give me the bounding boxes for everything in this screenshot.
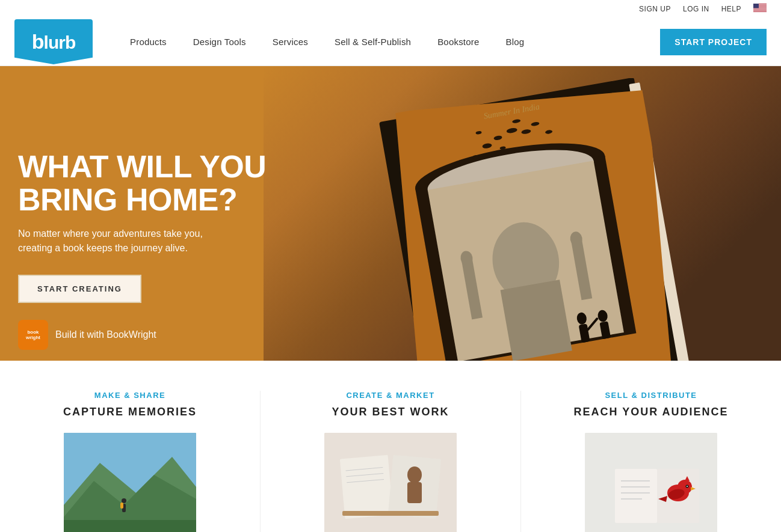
nav-blog[interactable]: Blog xyxy=(492,18,537,66)
svg-rect-5 xyxy=(753,10,767,10)
svg-rect-4 xyxy=(753,8,767,9)
logo[interactable]: blurb xyxy=(14,19,93,64)
top-utility-bar: SIGN UP LOG IN HELP xyxy=(0,0,781,18)
log-in-link[interactable]: LOG IN xyxy=(683,5,709,13)
start-creating-button[interactable]: START CREATING xyxy=(18,275,141,303)
bookwright-label: Build it with BookWright xyxy=(55,329,156,340)
svg-rect-45 xyxy=(120,503,123,509)
bookwright-banner[interactable]: bookwright Build it with BookWright xyxy=(18,320,319,350)
sign-up-link[interactable]: SIGN UP xyxy=(639,5,671,13)
bookwright-icon: bookwright xyxy=(18,320,48,350)
feature-cards-section: MAKE & SHARE CAPTURE MEMORIES xyxy=(0,361,781,532)
nav-sell[interactable]: Sell & Self-Publish xyxy=(321,18,424,66)
language-flag[interactable] xyxy=(753,4,767,14)
card-work-title: YOUR BEST WORK xyxy=(332,406,449,418)
svg-point-43 xyxy=(122,498,126,503)
svg-rect-56 xyxy=(615,469,657,523)
svg-rect-38 xyxy=(366,78,700,361)
logo-text: blurb xyxy=(32,30,75,54)
svg-rect-53 xyxy=(407,482,422,503)
nav-products[interactable]: Products xyxy=(117,18,180,66)
hero-content: WHAT WILL YOU BRING HOME? No matter wher… xyxy=(18,150,319,350)
card-work-image xyxy=(324,433,457,532)
card-memories-title: CAPTURE MEMORIES xyxy=(63,406,197,418)
card-audience-image xyxy=(585,433,717,532)
nav-bookstore[interactable]: Bookstore xyxy=(424,18,492,66)
svg-rect-7 xyxy=(753,4,759,8)
hero-book-image: Summer In India xyxy=(324,78,745,361)
svg-rect-6 xyxy=(753,11,767,11)
nav-design-tools[interactable]: Design Tools xyxy=(180,18,259,66)
svg-rect-47 xyxy=(340,455,393,519)
hero-title: WHAT WILL YOU BRING HOME? xyxy=(18,150,319,216)
svg-rect-42 xyxy=(64,520,196,532)
svg-rect-54 xyxy=(342,511,439,516)
hero-section: Summer In India WHAT WILL YOU BRING HOME… xyxy=(0,66,781,361)
svg-point-62 xyxy=(687,486,688,487)
nav-services[interactable]: Services xyxy=(259,18,321,66)
card-memories-image xyxy=(64,433,196,532)
card-audience-tag: SELL & DISTRIBUTE xyxy=(605,391,697,400)
card-memories: MAKE & SHARE CAPTURE MEMORIES xyxy=(0,391,261,532)
main-nav: Products Design Tools Services Sell & Se… xyxy=(117,18,660,66)
card-audience: SELL & DISTRIBUTE REACH YOUR AUDIENCE xyxy=(521,391,781,532)
card-audience-title: REACH YOUR AUDIENCE xyxy=(573,406,728,418)
hero-subtitle: No matter where your adventures take you… xyxy=(18,227,235,255)
card-work-tag: CREATE & MARKET xyxy=(346,391,434,400)
svg-point-52 xyxy=(407,466,422,483)
card-work: CREATE & MARKET YOUR BEST WORK xyxy=(261,391,521,532)
card-memories-tag: MAKE & SHARE xyxy=(94,391,165,400)
start-project-button[interactable]: START PROJECT xyxy=(660,29,767,55)
main-header: blurb Products Design Tools Services Sel… xyxy=(0,18,781,66)
help-link[interactable]: HELP xyxy=(721,5,741,13)
